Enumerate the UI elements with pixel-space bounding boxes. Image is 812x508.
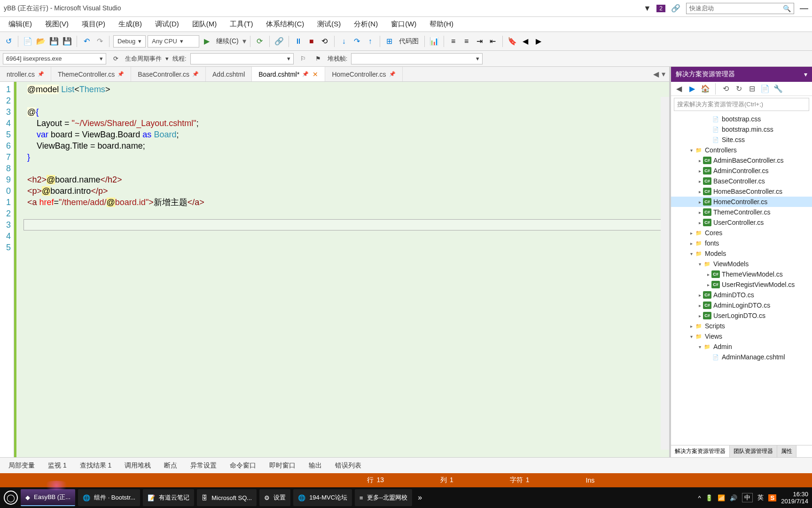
expand-icon[interactable]: ▸ (696, 293, 703, 298)
expand-icon[interactable]: ▸ (705, 272, 711, 277)
step-out-icon[interactable]: ↑ (365, 36, 376, 47)
expand-icon[interactable]: ▸ (696, 220, 703, 225)
expand-icon[interactable]: ▸ (688, 241, 695, 246)
pin-icon[interactable]: 📌 (117, 71, 124, 77)
tree-item[interactable]: 📄Site.css (671, 135, 812, 145)
taskbar-item[interactable]: 📝有道云笔记 (143, 489, 194, 506)
panel-tab[interactable]: 属性 (777, 445, 796, 457)
overflow-icon[interactable]: » (418, 493, 422, 502)
solution-tree[interactable]: 📄bootstrap.css📄bootstrap.min.css📄Site.cs… (671, 113, 812, 445)
codemap-icon[interactable]: ⊞ (384, 36, 395, 47)
vertical-scrollbar[interactable] (661, 97, 669, 450)
browser-link-icon[interactable]: 🔗 (273, 36, 285, 47)
tree-item[interactable]: ▸C#UserRegistViewModel.cs (671, 279, 812, 290)
comment-icon[interactable]: ≡ (448, 36, 459, 47)
back-icon[interactable]: ◀ (674, 84, 684, 94)
tree-item[interactable]: ▸C#HomeBaseController.cs (671, 186, 812, 197)
menu-item[interactable]: 测试(S) (311, 18, 347, 31)
filter-icon[interactable]: ▼ (643, 4, 651, 13)
expand-icon[interactable]: ▾ (688, 334, 695, 339)
menu-item[interactable]: 工具(T) (223, 18, 259, 31)
tree-item[interactable]: ▸C#BaseController.cs (671, 176, 812, 186)
expand-icon[interactable]: ▾ (696, 262, 703, 267)
home-icon[interactable]: 🏠 (700, 84, 710, 94)
taskbar-item[interactable]: ⚙设置 (259, 489, 290, 506)
expand-icon[interactable]: ▸ (688, 230, 695, 236)
config-dropdown[interactable]: Debug▾ (113, 35, 146, 48)
taskbar-item[interactable]: 🌐194-MVC论坛 (293, 489, 352, 506)
bookmark-icon[interactable]: 🔖 (507, 36, 518, 47)
expand-icon[interactable]: ▸ (696, 158, 703, 163)
threads-icon[interactable]: ⚐ (297, 53, 309, 64)
menu-item[interactable]: 项目(P) (75, 18, 112, 31)
forward-icon[interactable]: ▶ (687, 84, 697, 94)
tree-item[interactable]: ▾📁Views (671, 331, 812, 341)
tree-item[interactable]: ▸C#ThemeController.cs (671, 207, 812, 217)
taskbar-item[interactable]: 🗄Microsoft SQ... (197, 489, 257, 506)
expand-icon[interactable]: ▸ (696, 210, 703, 215)
quick-launch-input[interactable]: 快速启动 🔍 (686, 3, 794, 14)
tree-item[interactable]: 📄bootstrap.css (671, 114, 812, 124)
ime-indicator-1[interactable]: 中 (742, 493, 753, 502)
tool-window-tab[interactable]: 断点 (157, 459, 184, 473)
tree-item[interactable]: ▸C#AdminBaseController.cs (671, 155, 812, 166)
next-bookmark-icon[interactable]: ▶ (533, 36, 544, 47)
outdent-icon[interactable]: ⇤ (487, 36, 499, 47)
minimize-button[interactable]: — (800, 3, 808, 13)
menu-item[interactable]: 团队(M) (186, 18, 224, 31)
collapse-icon[interactable]: ⊟ (747, 84, 757, 94)
tree-item[interactable]: ▸C#HomeController.cs (671, 197, 812, 207)
expand-icon[interactable]: ▸ (696, 189, 703, 194)
continue-button[interactable]: ▶ (201, 36, 212, 47)
menu-item[interactable]: 编辑(E) (2, 18, 39, 31)
code-editor[interactable]: 123456789012345 @model List<Thems> @{ La… (0, 82, 669, 457)
ime-indicator-2[interactable]: 英 (757, 493, 764, 502)
refresh-icon[interactable]: ⟳ (254, 36, 265, 47)
pin-icon[interactable]: 📌 (38, 71, 44, 77)
tree-item[interactable]: ▾📁ViewModels (671, 259, 812, 269)
save-icon[interactable]: 💾 (48, 36, 60, 47)
battery-icon[interactable]: 🔋 (705, 494, 713, 501)
tool-window-tab[interactable]: 命令窗口 (223, 459, 263, 473)
panel-tab[interactable]: 解决方案资源管理器 (671, 445, 730, 457)
taskbar-item[interactable]: ≡更多--北盟网校 (355, 489, 412, 506)
step-into-icon[interactable]: ↓ (338, 36, 350, 47)
tree-item[interactable]: ▸C#AdminDTO.cs (671, 290, 812, 300)
save-all-icon[interactable]: 💾 (62, 36, 73, 47)
menu-item[interactable]: 生成(B) (112, 18, 148, 31)
system-tray[interactable]: ^ 🔋 📶 🔊 中 英 S 16:30 2019/7/14 (698, 491, 808, 505)
close-icon[interactable]: ✕ (312, 71, 318, 78)
pin-icon[interactable]: 📌 (389, 71, 396, 77)
indent-icon[interactable]: ⇥ (474, 36, 485, 47)
show-all-icon[interactable]: 📄 (760, 84, 770, 94)
lifecycle-icon[interactable]: ⟳ (110, 53, 121, 64)
volume-icon[interactable]: 🔊 (730, 494, 737, 501)
tool-window-tab[interactable]: 监视 1 (41, 459, 73, 473)
undo-icon[interactable]: ↶ (81, 36, 92, 47)
editor-tab[interactable]: BaseController.cs📌 (131, 67, 206, 81)
thread-dropdown[interactable]: ▾ (190, 53, 294, 64)
tray-up-icon[interactable]: ^ (698, 494, 701, 501)
expand-icon[interactable]: ▸ (696, 313, 703, 318)
taskbar-item[interactable]: ◆EasyBB (正... (21, 489, 75, 506)
tree-item[interactable]: 📄bootstrap.min.css (671, 124, 812, 135)
expand-icon[interactable]: ▾ (696, 344, 703, 349)
tree-item[interactable]: ▸C#UserController.cs (671, 217, 812, 228)
continue-label[interactable]: 继续(C) (214, 37, 240, 46)
chevron-down-icon[interactable]: ▾ (165, 55, 169, 62)
tree-item[interactable]: ▸📁fonts (671, 238, 812, 248)
codemap-label[interactable]: 代码图 (397, 37, 421, 46)
sync-icon[interactable]: ⟲ (720, 84, 731, 94)
properties-icon[interactable]: 🔧 (773, 84, 783, 94)
tab-list-icon[interactable]: ▾ (662, 70, 665, 79)
menu-item[interactable]: 帮助(H) (423, 18, 460, 31)
tree-item[interactable]: ▾📁Models (671, 248, 812, 259)
tool-window-tab[interactable]: 即时窗口 (263, 459, 302, 473)
menu-item[interactable]: 分析(N) (347, 18, 384, 31)
tree-item[interactable]: 📄AdminManage.cshtml (671, 352, 812, 362)
process-dropdown[interactable]: 6964] iisexpress.exe▾ (3, 53, 106, 64)
tree-item[interactable]: ▸C#UserLoginDTO.cs (671, 310, 812, 321)
tree-item[interactable]: ▸C#AdminLoginDTO.cs (671, 300, 812, 310)
platform-dropdown[interactable]: Any CPU▾ (148, 35, 199, 48)
wifi-icon[interactable]: 📶 (718, 494, 725, 501)
